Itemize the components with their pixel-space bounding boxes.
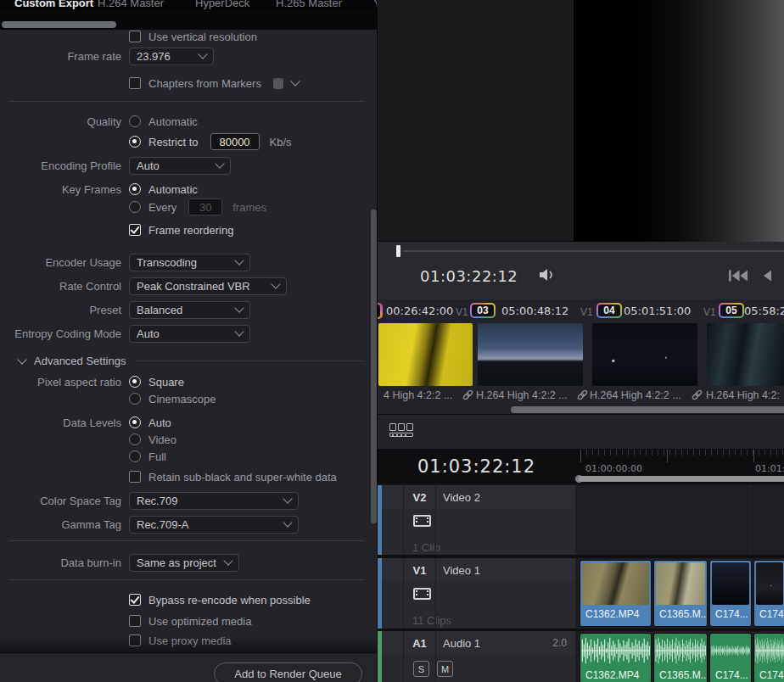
clip-index-badge: 03 <box>470 303 496 318</box>
tab-hyperdeck[interactable]: HyperDeck <box>195 0 249 9</box>
key-frames-every-radio[interactable] <box>129 201 141 213</box>
key-frames-automatic-radio[interactable] <box>129 183 141 195</box>
track-id: V1 <box>404 564 435 577</box>
film-frame-icon <box>413 588 431 600</box>
advanced-settings-row[interactable]: Advanced Settings <box>0 352 365 369</box>
timeline-clip-audio[interactable]: C1362.MP4 <box>580 633 652 682</box>
pixel-aspect-square-row: Pixel aspect ratio Square <box>0 373 370 390</box>
bitrate-input[interactable] <box>210 133 260 150</box>
rate-control-select[interactable]: Peak Constrained VBR <box>129 277 287 295</box>
data-levels-video-radio[interactable] <box>129 433 141 445</box>
audio-waveform <box>755 634 784 667</box>
track-v1-header[interactable]: V1 Video 1 11 Clips <box>382 558 575 629</box>
divider <box>136 361 365 361</box>
data-levels-full-radio[interactable] <box>129 450 141 462</box>
pixel-square-radio[interactable] <box>129 376 141 388</box>
track-id: V2 <box>404 491 435 504</box>
track-v2-header[interactable]: V2 Video 2 1 Clip <box>382 485 575 555</box>
timeline-view-icon[interactable] <box>389 423 415 441</box>
marker-color-chevron-icon[interactable] <box>290 76 300 86</box>
timeline-tracks: V2 Video 2 1 Clip C1362.MP4 <box>378 484 784 682</box>
clip-codec-label: H.264 High 4:2:2 ... <box>590 389 681 401</box>
data-burnin-select[interactable]: Same as project <box>129 554 239 572</box>
track-a1: C1362.MP4 C1365.M... C174... C1749.M <box>378 631 784 682</box>
viewer-playhead[interactable] <box>396 245 400 257</box>
skip-to-start-icon[interactable] <box>728 270 749 282</box>
timeline-clip-video[interactable]: C1365.M... <box>653 560 708 627</box>
retain-data-checkbox[interactable] <box>129 471 141 483</box>
filmstrip-thumbnail[interactable] <box>592 323 697 386</box>
key-frames-every-label: Every <box>148 201 176 214</box>
data-levels-auto-radio[interactable] <box>129 416 141 428</box>
quality-restrict-radio[interactable] <box>129 136 141 148</box>
tab-h264-master[interactable]: H.264 Master <box>98 0 164 9</box>
mute-button[interactable]: M <box>437 661 453 677</box>
use-optimized-media-checkbox[interactable] <box>129 615 141 627</box>
viewer-scrub-bar[interactable] <box>403 250 784 252</box>
frame-rate-label: Frame rate <box>0 50 121 63</box>
timeline-timecode[interactable]: 01:03:22:12 <box>378 450 575 484</box>
filmstrip-thumbnail[interactable] <box>478 323 583 386</box>
step-back-icon[interactable] <box>761 270 773 282</box>
render-filmstrip: 00:26:42:00 V1 03 05:00:48:12 V1 04 05:0… <box>378 299 784 414</box>
timeline-clip-audio[interactable]: C174... <box>709 633 752 682</box>
key-frames-auto-row: Key Frames Automatic <box>0 181 370 198</box>
entropy-coding-select[interactable]: Auto <box>129 325 250 343</box>
pixel-aspect-cinemascope-row: Cinemascope <box>0 390 370 407</box>
tab-h265-master[interactable]: H.265 Master <box>276 0 342 9</box>
key-frames-interval-input[interactable] <box>188 198 222 215</box>
pixel-cinemascope-radio[interactable] <box>129 393 141 405</box>
viewer <box>378 0 784 242</box>
pixel-cinemascope-label: Cinemascope <box>148 393 216 405</box>
clip-timecode: 05:58:21:0 <box>744 305 784 317</box>
timeline-clip-audio[interactable]: C1365.M... <box>653 633 708 682</box>
use-vertical-resolution-checkbox[interactable] <box>129 31 141 42</box>
filmstrip-thumbnail[interactable] <box>707 323 784 386</box>
encoder-usage-select[interactable]: Transcoding <box>129 254 250 271</box>
color-space-select[interactable]: Rec.709 <box>129 492 299 510</box>
retain-data-label: Retain sub-black and super-white data <box>148 471 337 484</box>
track-v2: V2 Video 2 1 Clip <box>378 485 784 555</box>
bypass-reencode-checkbox[interactable] <box>129 594 141 606</box>
clip-thumbnail <box>582 562 649 605</box>
encoding-profile-select[interactable]: Auto <box>129 157 231 175</box>
tab-custom-export[interactable]: Custom Export <box>14 0 93 9</box>
gamma-tag-row: Gamma Tag Rec.709-A <box>0 515 370 534</box>
timeline-horizontal-scrollbar[interactable] <box>579 476 784 482</box>
chapters-checkbox[interactable] <box>129 77 141 89</box>
gamma-tag-label: Gamma Tag <box>0 518 121 531</box>
tab-horizontal-scrollbar[interactable] <box>2 21 116 28</box>
solo-button[interactable]: S <box>413 661 429 677</box>
preset-select[interactable]: Balanced <box>129 301 250 319</box>
link-icon <box>462 389 474 401</box>
chevron-down-icon <box>223 556 232 565</box>
frame-rate-select[interactable]: 23.976 <box>129 48 214 65</box>
filmstrip-horizontal-scrollbar[interactable] <box>511 406 784 413</box>
track-name: Audio 1 <box>443 637 480 650</box>
clip-name: C174... <box>715 608 748 620</box>
ruler-label: 01:00:00:00 <box>585 463 642 474</box>
audio-waveform <box>581 634 650 667</box>
settings-vertical-scrollbar[interactable] <box>371 210 377 523</box>
quality-automatic-label: Automatic <box>148 115 198 128</box>
speaker-icon[interactable] <box>538 267 555 282</box>
gamma-tag-select[interactable]: Rec.709-A <box>129 516 299 534</box>
chapters-label: Chapters from Markers <box>148 77 261 90</box>
track-name: Video 1 <box>443 564 480 577</box>
track-v1-lane: C1362.MP4 C1365.M... C174... C1749.M <box>575 558 784 629</box>
timeline-clip-video[interactable]: C1749.M <box>753 560 784 627</box>
viewer-timecode[interactable]: 01:03:22:12 <box>420 267 518 285</box>
frame-reordering-checkbox[interactable] <box>129 224 141 236</box>
timeline-clip-video[interactable]: C174... <box>709 560 752 627</box>
ruler-ticks <box>575 450 784 462</box>
filmstrip-thumbnail[interactable] <box>378 323 473 386</box>
quality-automatic-radio[interactable] <box>129 115 141 127</box>
add-to-render-queue-button[interactable]: Add to Render Queue <box>214 662 362 682</box>
data-levels-full-label: Full <box>148 450 166 463</box>
clip-name: C1365.M... <box>659 669 708 681</box>
timeline-clip-audio[interactable]: C1749.M <box>753 633 784 682</box>
timeline-clip-video[interactable]: C1362.MP4 <box>580 560 652 627</box>
data-levels-video-row: Video <box>0 431 370 448</box>
track-a1-header[interactable]: A1 Audio 1 2.0 S M <box>382 631 575 682</box>
track-id: A1 <box>404 637 435 650</box>
